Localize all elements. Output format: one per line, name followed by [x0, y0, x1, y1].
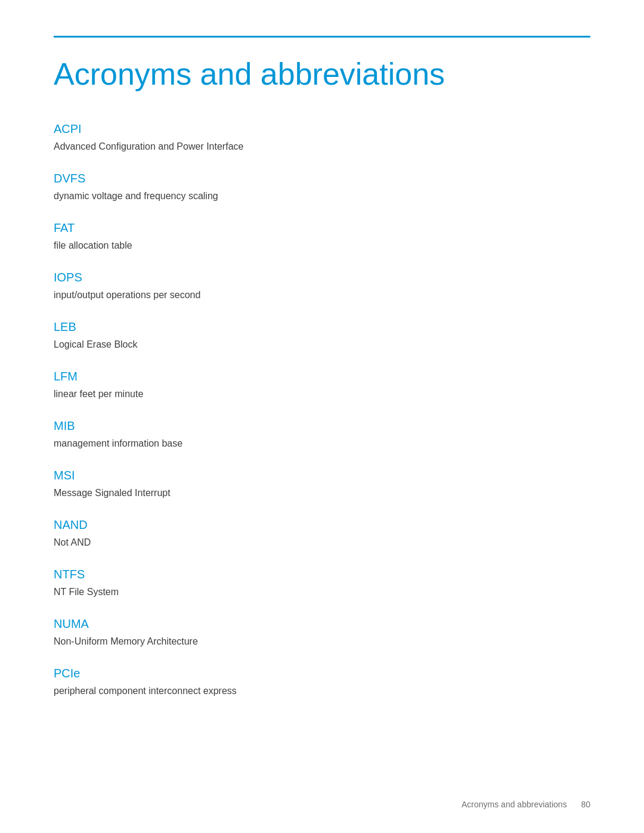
acronym-definition: Logical Erase Block [54, 337, 590, 352]
footer-separator [572, 800, 577, 809]
acronyms-list: ACPIAdvanced Configuration and Power Int… [54, 122, 590, 698]
acronym-section: ACPIAdvanced Configuration and Power Int… [54, 122, 590, 154]
acronym-section: MSIMessage Signaled Interrupt [54, 469, 590, 500]
acronym-section: NANDNot AND [54, 518, 590, 550]
acronym-definition: peripheral component interconnect expres… [54, 684, 590, 698]
acronym-section: IOPSinput/output operations per second [54, 271, 590, 302]
acronym-section: NUMANon-Uniform Memory Architecture [54, 617, 590, 649]
acronym-definition: Non-Uniform Memory Architecture [54, 634, 590, 649]
acronym-term: NTFS [54, 568, 590, 581]
acronym-definition: Advanced Configuration and Power Interfa… [54, 140, 590, 154]
acronym-term: MSI [54, 469, 590, 482]
page-title: Acronyms and abbreviations [54, 55, 590, 92]
acronym-section: FATfile allocation table [54, 221, 590, 253]
acronym-definition: NT File System [54, 585, 590, 599]
acronym-definition: file allocation table [54, 239, 590, 253]
acronym-term: DVFS [54, 172, 590, 185]
acronym-term: NUMA [54, 617, 590, 631]
acronym-definition: input/output operations per second [54, 288, 590, 302]
acronym-term: MIB [54, 419, 590, 433]
acronym-term: ACPI [54, 122, 590, 136]
acronym-section: LFMlinear feet per minute [54, 370, 590, 401]
acronym-term: PCIe [54, 667, 590, 680]
acronym-definition: Not AND [54, 535, 590, 550]
footer-text: Acronyms and abbreviations [462, 800, 567, 809]
top-border [54, 36, 590, 38]
acronym-section: LEBLogical Erase Block [54, 320, 590, 352]
acronym-definition: linear feet per minute [54, 387, 590, 401]
acronym-section: DVFSdynamic voltage and frequency scalin… [54, 172, 590, 203]
acronym-section: NTFSNT File System [54, 568, 590, 599]
acronym-definition: dynamic voltage and frequency scaling [54, 189, 590, 203]
acronym-section: PCIeperipheral component interconnect ex… [54, 667, 590, 698]
page-number: 80 [581, 800, 590, 809]
acronym-section: MIBmanagement information base [54, 419, 590, 451]
acronym-term: NAND [54, 518, 590, 532]
acronym-term: IOPS [54, 271, 590, 284]
page-footer: Acronyms and abbreviations 80 [462, 800, 590, 809]
page-container: Acronyms and abbreviations ACPIAdvanced … [0, 0, 644, 764]
acronym-term: LEB [54, 320, 590, 334]
acronym-definition: management information base [54, 436, 590, 451]
acronym-definition: Message Signaled Interrupt [54, 486, 590, 500]
acronym-term: LFM [54, 370, 590, 383]
acronym-term: FAT [54, 221, 590, 235]
